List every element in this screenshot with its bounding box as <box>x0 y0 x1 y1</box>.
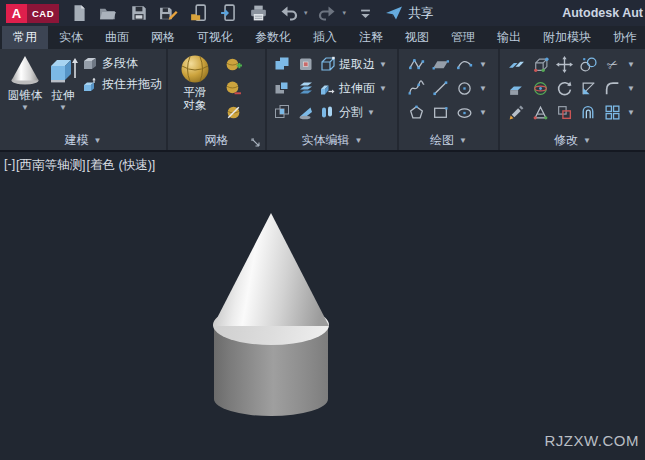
offset-button[interactable] <box>579 103 598 122</box>
extract-edges-button[interactable]: 提取边 ▼ <box>319 52 393 76</box>
ribbon-tab[interactable]: 网格 <box>140 26 186 49</box>
region-button[interactable] <box>431 55 450 74</box>
extrude-faces-caret[interactable]: ▼ <box>379 84 387 93</box>
drawing-area[interactable]: [-] [西南等轴测] [着色 (快速)] RJZXW.COM <box>0 152 645 460</box>
panel-modify-caret: ▼ <box>583 136 591 145</box>
move-button[interactable] <box>555 55 574 74</box>
mesh-dialog-launcher[interactable] <box>251 136 260 150</box>
ribbon-tab[interactable]: 管理 <box>440 26 486 49</box>
stretch-button[interactable] <box>555 103 574 122</box>
cone-button[interactable]: 圆锥体 ▼ <box>6 52 44 131</box>
cone-dropdown-caret[interactable]: ▼ <box>21 103 29 112</box>
panel-draw-footer[interactable]: 绘图 ▼ <box>399 131 498 150</box>
ribbon-tab[interactable]: 协作 <box>602 26 645 49</box>
plot-button[interactable] <box>248 2 269 24</box>
ribbon-tab[interactable]: 视图 <box>394 26 440 49</box>
separate-caret[interactable]: ▼ <box>367 108 375 117</box>
open-folder-icon <box>99 4 118 22</box>
extrude-dropdown-caret[interactable]: ▼ <box>59 103 67 112</box>
ribbon-tab[interactable]: 附加模块 <box>532 26 602 49</box>
array-button[interactable] <box>603 103 622 122</box>
qat-customize-button[interactable] <box>355 2 376 24</box>
ribbon-tab[interactable]: 参数化 <box>244 26 302 49</box>
circle-button[interactable] <box>455 79 474 98</box>
extrude-button[interactable]: 拉伸 ▼ <box>47 52 79 131</box>
slice-button[interactable] <box>507 55 526 74</box>
stretch-icon <box>556 104 573 121</box>
array-dropdown-caret[interactable]: ▼ <box>627 108 635 117</box>
polyline-button[interactable] <box>407 55 426 74</box>
polysolid-button[interactable]: 多段体 <box>82 55 162 72</box>
ribbon-tab[interactable]: 实体 <box>48 26 94 49</box>
ribbon-tab[interactable]: 常用 <box>2 26 48 49</box>
offset-edge-button[interactable] <box>507 79 526 98</box>
taper-faces-button[interactable] <box>295 100 317 124</box>
circle-dropdown-caret[interactable]: ▼ <box>479 84 487 93</box>
smooth-less-button[interactable] <box>222 76 244 100</box>
separate-button[interactable]: 分割 ▼ <box>319 100 393 124</box>
subtract-button[interactable] <box>271 76 293 100</box>
open-from-web-mobile-button[interactable] <box>188 2 209 24</box>
scale-button[interactable] <box>579 79 598 98</box>
undo-button[interactable] <box>278 2 299 24</box>
app-menu-button[interactable]: A CAD <box>6 4 59 23</box>
align-button[interactable] <box>531 103 550 122</box>
ribbon-tab[interactable]: 曲面 <box>94 26 140 49</box>
panel-mesh-footer[interactable]: 网格 <box>168 131 265 150</box>
panel-modeling-footer[interactable]: 建模 ▼ <box>0 131 166 150</box>
redo-dropdown-caret[interactable]: ▾ <box>343 9 347 17</box>
polygon-icon <box>408 104 425 121</box>
ellipse-icon <box>456 104 473 121</box>
extrude-faces-button[interactable]: 拉伸面 ▼ <box>319 76 393 100</box>
smooth-object-button[interactable]: 平滑 对象 <box>174 52 216 131</box>
panel-modify-footer[interactable]: 修改 ▼ <box>500 131 645 150</box>
erase-icon <box>508 104 525 121</box>
open-file-button[interactable] <box>98 2 119 24</box>
3d-model[interactable] <box>0 152 645 460</box>
rotate-button[interactable] <box>555 79 574 98</box>
array-icon <box>604 104 621 121</box>
ellipse-dropdown-caret[interactable]: ▼ <box>479 108 487 117</box>
spline-button[interactable] <box>407 79 426 98</box>
slice-layers-button[interactable] <box>295 76 317 100</box>
share-label: 共享 <box>408 5 433 22</box>
copy-button[interactable] <box>579 55 598 74</box>
ribbon-tab[interactable]: 注释 <box>348 26 394 49</box>
line-icon <box>432 80 449 97</box>
ribbon-tab[interactable]: 可视化 <box>186 26 244 49</box>
ribbon-tab[interactable]: 输出 <box>486 26 532 49</box>
redo-button[interactable] <box>317 2 338 24</box>
ribbon-tab[interactable]: 插入 <box>302 26 348 49</box>
trim-dropdown-caret[interactable]: ▼ <box>627 60 635 69</box>
line-button[interactable] <box>431 79 450 98</box>
smooth-more-button[interactable] <box>222 52 244 76</box>
panel-solid-editing-caret: ▼ <box>355 136 363 145</box>
undo-dropdown-caret[interactable]: ▾ <box>304 9 308 17</box>
3d-align-button[interactable] <box>531 55 550 74</box>
rectangle-button[interactable] <box>431 103 450 122</box>
erase-button[interactable] <box>507 103 526 122</box>
3d-rotate-button[interactable] <box>531 79 550 98</box>
save-to-web-mobile-button[interactable] <box>218 2 239 24</box>
trim-button[interactable]: ✂ <box>603 55 622 74</box>
arc-dropdown-caret[interactable]: ▼ <box>479 60 487 69</box>
save-as-button[interactable] <box>158 2 179 24</box>
presspull-button[interactable]: 按住并拖动 <box>82 76 162 93</box>
move-icon <box>556 56 573 73</box>
save-button[interactable] <box>128 2 149 24</box>
mesh-refine-button[interactable] <box>222 100 244 124</box>
imprint-button[interactable] <box>295 52 317 76</box>
fillet-dropdown-caret[interactable]: ▼ <box>627 84 635 93</box>
intersect-button[interactable] <box>271 100 293 124</box>
polygon-button[interactable] <box>407 103 426 122</box>
extract-edges-caret[interactable]: ▼ <box>379 60 387 69</box>
union-button[interactable] <box>271 52 293 76</box>
polysolid-label: 多段体 <box>102 55 138 72</box>
arc-button[interactable] <box>455 55 474 74</box>
ellipse-button[interactable] <box>455 103 474 122</box>
share-button[interactable]: 共享 <box>385 5 433 22</box>
new-file-button[interactable] <box>68 2 89 24</box>
model-cone[interactable] <box>213 213 329 326</box>
fillet-button[interactable] <box>603 79 622 98</box>
panel-solid-editing-footer[interactable]: 实体编辑 ▼ <box>267 131 397 150</box>
